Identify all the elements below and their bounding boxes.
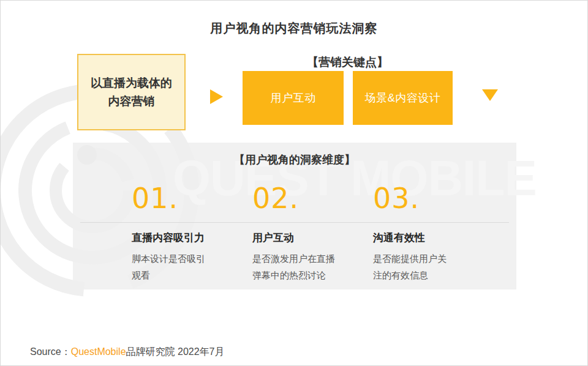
- keypoint-box-user-interaction: 用户互动: [243, 71, 344, 125]
- dimension-number: 01.: [132, 184, 246, 212]
- dimension-description: 脚本设计是否吸引 观看: [132, 250, 246, 283]
- carrier-box: 以直播为载体的 内容营销: [77, 54, 186, 130]
- keypoints-label: 【营销关键点】: [243, 54, 453, 70]
- carrier-box-label: 以直播为载体的 内容营销: [91, 74, 172, 110]
- source-brand: QuestMobile: [71, 346, 126, 357]
- dimension-number: 02.: [252, 184, 366, 212]
- insight-panel-heading: 【用户视角的洞察维度】: [73, 152, 516, 167]
- dimension-title: 直播内容吸引力: [132, 231, 246, 245]
- arrow-down-icon: [482, 89, 498, 101]
- keypoint-box-scene-content-design: 场景&内容设计: [353, 71, 453, 125]
- dimension-title: 沟通有效性: [373, 231, 487, 245]
- dimension-number: 03.: [373, 184, 487, 212]
- page-title: 用户视角的内容营销玩法洞察: [1, 20, 587, 37]
- dimension-column-2: 02. 用户互动 是否激发用户在直播 弹幕中的热烈讨论: [252, 184, 366, 283]
- keypoint-label: 用户互动: [271, 91, 316, 105]
- keypoint-label: 场景&内容设计: [365, 91, 441, 105]
- source-suffix: 品牌研究院 2022年7月: [126, 346, 225, 357]
- source-prefix: Source：: [30, 346, 71, 357]
- dimension-title: 用户互动: [252, 231, 366, 245]
- arrow-right-icon: [210, 89, 223, 104]
- source-line: Source：QuestMobile品牌研究院 2022年7月: [30, 346, 224, 359]
- dimension-column-3: 03. 沟通有效性 是否能提供用户关 注的有效信息: [373, 184, 487, 283]
- dimension-description: 是否能提供用户关 注的有效信息: [373, 250, 487, 283]
- dimension-description: 是否激发用户在直播 弹幕中的热烈讨论: [252, 250, 366, 283]
- dimension-column-1: 01. 直播内容吸引力 脚本设计是否吸引 观看: [132, 184, 246, 283]
- report-slide: QUEST MOBILE 用户视角的内容营销玩法洞察 以直播为载体的 内容营销 …: [0, 0, 588, 366]
